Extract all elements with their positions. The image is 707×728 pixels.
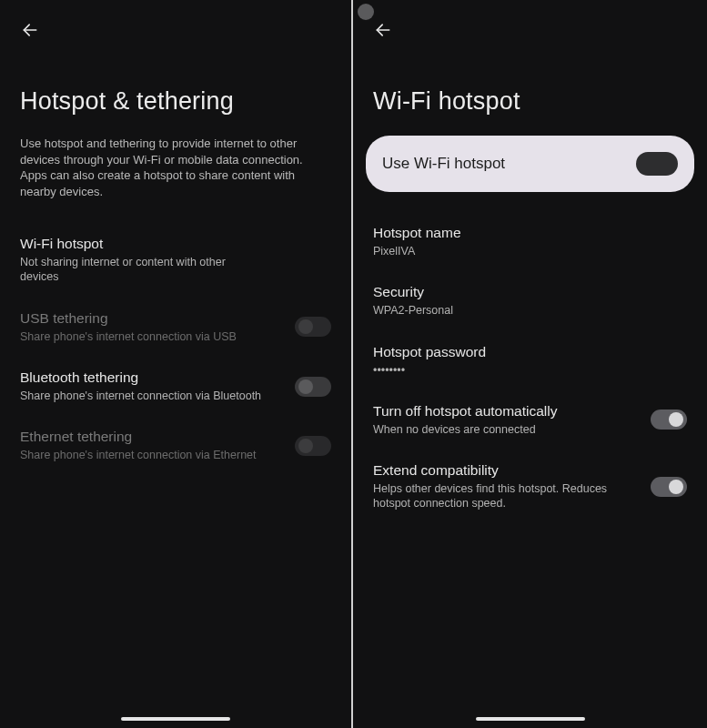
item-sub: Share phone's internet connection via US… (20, 329, 266, 344)
back-button[interactable] (373, 20, 393, 40)
wifi-hotspot-screen: Wi-Fi hotspot Use Wi-Fi hotspot Hotspot … (353, 0, 707, 728)
item-auto-turn-off[interactable]: Turn off hotspot automatically When no d… (373, 390, 687, 450)
toggle-ethernet-tethering (295, 436, 331, 456)
item-label: Bluetooth tethering (20, 369, 277, 386)
item-label: Security (373, 284, 687, 300)
arrow-left-icon (21, 21, 39, 39)
item-sub: WPA2-Personal (373, 303, 619, 318)
back-button[interactable] (20, 20, 40, 40)
item-label: Turn off hotspot automatically (373, 403, 632, 420)
nav-bar-handle[interactable] (121, 717, 230, 721)
toggle-bluetooth-tethering[interactable] (295, 377, 331, 397)
item-sub: Share phone's internet connection via Bl… (20, 389, 266, 403)
use-wifi-hotspot-label: Use Wi-Fi hotspot (382, 155, 505, 173)
item-extend-compatibility[interactable]: Extend compatibility Helps other devices… (373, 450, 687, 524)
page-intro: Use hotspot and tethering to provide int… (20, 136, 331, 199)
arrow-left-icon (374, 21, 392, 39)
item-label: Wi-Fi hotspot (20, 236, 331, 252)
toggle-use-wifi-hotspot[interactable] (636, 152, 678, 176)
item-label: Ethernet tethering (20, 429, 277, 445)
item-sub: •••••••• (373, 363, 619, 378)
item-wifi-hotspot[interactable]: Wi-Fi hotspot Not sharing internet or co… (20, 223, 331, 298)
toggle-auto-turn-off[interactable] (651, 410, 687, 430)
item-security[interactable]: Security WPA2-Personal (373, 271, 687, 330)
hotspot-tethering-screen: Hotspot & tethering Use hotspot and teth… (0, 0, 353, 728)
item-label: Extend compatibility (373, 462, 632, 479)
item-hotspot-password[interactable]: Hotspot password •••••••• (373, 331, 687, 390)
item-sub: PixelIVA (373, 244, 619, 258)
toggle-extend-compatibility[interactable] (651, 477, 687, 497)
page-title: Wi-Fi hotspot (373, 87, 687, 116)
page-title: Hotspot & tethering (20, 87, 331, 116)
item-label: Hotspot password (373, 344, 687, 360)
item-sub: Share phone's internet connection via Et… (20, 448, 266, 462)
item-hotspot-name[interactable]: Hotspot name PixelIVA (373, 212, 687, 271)
item-ethernet-tethering: Ethernet tethering Share phone's interne… (20, 416, 331, 475)
item-sub: Helps other devices find this hotspot. R… (373, 481, 619, 511)
item-sub: Not sharing internet or content with oth… (20, 255, 266, 285)
item-usb-tethering: USB tethering Share phone's internet con… (20, 298, 331, 357)
item-bluetooth-tethering[interactable]: Bluetooth tethering Share phone's intern… (20, 357, 331, 416)
toggle-usb-tethering (295, 317, 331, 337)
nav-bar-handle[interactable] (476, 717, 585, 721)
use-wifi-hotspot-card[interactable]: Use Wi-Fi hotspot (366, 136, 694, 192)
item-sub: When no devices are connected (373, 422, 619, 437)
item-label: USB tethering (20, 310, 277, 327)
item-label: Hotspot name (373, 225, 687, 241)
